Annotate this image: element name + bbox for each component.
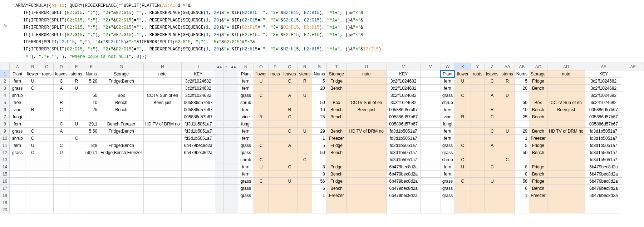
cell[interactable] — [268, 171, 282, 178]
cell[interactable]: Bench — [326, 149, 346, 156]
cell[interactable]: 6b479bec8d2a — [387, 178, 420, 185]
cell[interactable]: fd3d1b5051a7 — [585, 135, 622, 142]
cell[interactable] — [254, 185, 268, 192]
col-header-D[interactable]: D — [54, 63, 69, 70]
cell[interactable]: C — [454, 178, 471, 185]
cell[interactable]: Bench — [529, 128, 547, 135]
cell[interactable]: leaves — [484, 70, 500, 78]
cell[interactable] — [99, 178, 144, 185]
cell[interactable] — [515, 156, 529, 163]
cell[interactable] — [420, 128, 441, 135]
cell[interactable] — [298, 120, 312, 128]
cell[interactable] — [84, 156, 99, 163]
cell[interactable]: U — [25, 142, 40, 149]
cell[interactable]: Nums — [312, 70, 326, 78]
cell[interactable]: 005886d57b67 — [585, 120, 622, 128]
cell[interactable]: C — [484, 78, 500, 85]
cell[interactable]: U — [454, 163, 471, 171]
cell[interactable]: Bench — [326, 185, 346, 192]
cell[interactable]: grass — [441, 185, 454, 192]
row-header-2[interactable]: 2 — [0, 78, 10, 85]
cell[interactable]: vine — [10, 106, 25, 113]
cell[interactable] — [54, 192, 69, 199]
cell[interactable]: fd3d1b5051a7 — [387, 142, 420, 149]
cell[interactable]: 005886d57b67 — [181, 106, 215, 113]
cell[interactable]: flower — [454, 70, 471, 78]
cell[interactable] — [346, 135, 387, 142]
cell[interactable] — [84, 135, 99, 142]
cell[interactable]: C — [282, 113, 298, 120]
cell[interactable] — [346, 92, 387, 99]
cell[interactable] — [312, 92, 326, 99]
cell[interactable] — [547, 135, 585, 142]
cell[interactable] — [268, 163, 282, 171]
cell[interactable] — [54, 135, 69, 142]
cell[interactable]: Fridge — [529, 78, 547, 85]
cell[interactable]: Fridge — [529, 178, 547, 185]
cell[interactable] — [69, 99, 84, 106]
cell[interactable] — [40, 85, 54, 92]
cell[interactable]: shrub — [238, 156, 254, 163]
cell[interactable] — [500, 171, 515, 178]
cell[interactable]: C — [54, 142, 69, 149]
cell[interactable] — [420, 120, 441, 128]
cell[interactable] — [268, 99, 282, 106]
cell[interactable]: Bench — [326, 85, 346, 92]
col-header-AA[interactable]: AA — [500, 63, 515, 70]
cell[interactable]: Bench — [529, 185, 547, 192]
cell[interactable] — [144, 85, 181, 92]
cell[interactable] — [99, 185, 144, 192]
cell[interactable]: KEY — [387, 70, 420, 78]
cell[interactable] — [298, 135, 312, 142]
cell[interactable] — [387, 199, 420, 206]
cell[interactable]: 5;50 — [84, 128, 99, 135]
cell[interactable] — [268, 92, 282, 99]
cell[interactable]: grass — [441, 178, 454, 185]
cell[interactable]: shrub — [238, 99, 254, 106]
cell[interactable]: fern — [238, 78, 254, 85]
cell[interactable] — [471, 142, 485, 149]
cell[interactable] — [500, 85, 515, 92]
cell[interactable] — [326, 206, 346, 213]
row-header-20[interactable]: 20 — [0, 206, 10, 213]
cell[interactable]: 3c2ff1024682 — [387, 92, 420, 99]
cell[interactable] — [144, 113, 181, 120]
cell[interactable] — [84, 163, 99, 171]
cell[interactable] — [181, 171, 215, 178]
cell[interactable]: Bench — [529, 85, 547, 92]
cell[interactable]: Box — [529, 99, 547, 106]
cell[interactable] — [471, 185, 485, 192]
cell[interactable]: Bench — [99, 106, 144, 113]
cell[interactable]: Storage — [529, 70, 547, 78]
cell[interactable]: Bench — [326, 113, 346, 120]
cell[interactable]: 56 — [515, 178, 529, 185]
row-header-5[interactable]: 5 — [0, 99, 10, 106]
cell[interactable]: fd3d1b5051a7 — [585, 149, 622, 156]
cell[interactable] — [420, 185, 441, 192]
cell[interactable] — [547, 78, 585, 85]
col-header-Y[interactable]: Y — [471, 63, 485, 70]
cell[interactable] — [25, 192, 40, 199]
cell[interactable] — [69, 113, 84, 120]
cell[interactable] — [144, 163, 181, 171]
cell[interactable] — [585, 199, 622, 206]
cell[interactable] — [471, 120, 485, 128]
cell[interactable]: 25 — [84, 106, 99, 113]
cell[interactable] — [40, 178, 54, 185]
cell[interactable] — [454, 85, 471, 92]
cell[interactable] — [144, 206, 181, 213]
cell[interactable]: grass — [238, 92, 254, 99]
cell[interactable] — [454, 185, 471, 192]
cell[interactable]: 005886d57b67 — [585, 113, 622, 120]
cell[interactable] — [69, 206, 84, 213]
cell[interactable] — [144, 106, 181, 113]
cell[interactable] — [298, 192, 312, 199]
cell[interactable] — [99, 192, 144, 199]
cell[interactable] — [84, 171, 99, 178]
cell[interactable] — [547, 142, 585, 149]
cell[interactable] — [346, 156, 387, 163]
cell[interactable] — [471, 171, 485, 178]
cell[interactable] — [420, 199, 441, 206]
cell[interactable] — [25, 199, 40, 206]
cell[interactable] — [298, 149, 312, 156]
